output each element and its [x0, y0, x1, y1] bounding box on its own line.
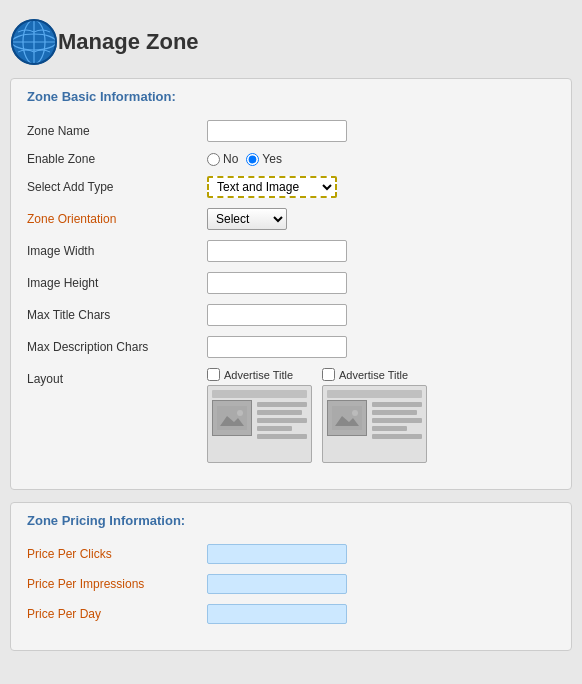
zone-orientation-dropdown[interactable]: Select Horizontal Vertical: [207, 208, 287, 230]
enable-zone-row: Enable Zone No Yes: [27, 152, 555, 166]
max-title-chars-row: Max Title Chars: [27, 304, 555, 326]
zone-name-label: Zone Name: [27, 124, 207, 138]
enable-zone-yes-label[interactable]: Yes: [246, 152, 282, 166]
max-title-chars-label: Max Title Chars: [27, 308, 207, 322]
price-per-impressions-row: Price Per Impressions: [27, 574, 555, 594]
page-title: Manage Zone: [58, 29, 199, 55]
image-width-label: Image Width: [27, 244, 207, 258]
preview-img-area-2: [327, 400, 367, 436]
layout-checkbox-row-1: Advertise Title: [207, 368, 293, 381]
select-add-type-dropdown[interactable]: Text and Image Text Only Image Only: [207, 176, 337, 198]
zone-name-row: Zone Name: [27, 120, 555, 142]
image-height-label: Image Height: [27, 276, 207, 290]
price-per-day-row: Price Per Day: [27, 604, 555, 624]
image-width-row: Image Width: [27, 240, 555, 262]
max-desc-chars-input[interactable]: [207, 336, 347, 358]
preview-image-icon-2: [332, 406, 362, 430]
max-desc-chars-label: Max Description Chars: [27, 340, 207, 354]
image-width-input[interactable]: [207, 240, 347, 262]
layout-option-1: Advertise Title: [207, 368, 312, 463]
preview-lines-1: [257, 402, 307, 442]
layout-checkbox-row-2: Advertise Title: [322, 368, 408, 381]
layout-option-2: Advertise Title: [322, 368, 427, 463]
image-height-input[interactable]: [207, 272, 347, 294]
zone-pricing-section: Zone Pricing Information: Price Per Clic…: [10, 502, 572, 651]
max-desc-chars-row: Max Description Chars: [27, 336, 555, 358]
svg-rect-6: [217, 406, 247, 430]
price-per-day-label: Price Per Day: [27, 607, 207, 621]
max-title-chars-input[interactable]: [207, 304, 347, 326]
price-per-day-input[interactable]: [207, 604, 347, 624]
zone-basic-section: Zone Basic Information: Zone Name Enable…: [10, 78, 572, 490]
svg-point-11: [352, 410, 358, 416]
enable-zone-radio-group: No Yes: [207, 152, 282, 166]
layout-title-1: Advertise Title: [224, 369, 293, 381]
page-header: Manage Zone: [10, 10, 572, 78]
layout-label: Layout: [27, 368, 207, 386]
enable-zone-yes-radio[interactable]: [246, 153, 259, 166]
price-per-clicks-row: Price Per Clicks: [27, 544, 555, 564]
select-add-type-row: Select Add Type Text and Image Text Only…: [27, 176, 555, 198]
layout-options: Advertise Title: [207, 368, 427, 463]
enable-zone-no-label[interactable]: No: [207, 152, 238, 166]
image-height-row: Image Height: [27, 272, 555, 294]
price-per-clicks-label: Price Per Clicks: [27, 547, 207, 561]
price-per-clicks-input[interactable]: [207, 544, 347, 564]
enable-zone-label: Enable Zone: [27, 152, 207, 166]
layout-checkbox-1[interactable]: [207, 368, 220, 381]
preview-title-bar-1: [212, 390, 307, 398]
preview-img-area-1: [212, 400, 252, 436]
preview-title-bar-2: [327, 390, 422, 398]
svg-point-8: [237, 410, 243, 416]
zone-pricing-title: Zone Pricing Information:: [27, 513, 555, 532]
layout-checkbox-2[interactable]: [322, 368, 335, 381]
price-per-impressions-label: Price Per Impressions: [27, 577, 207, 591]
layout-preview-2[interactable]: [322, 385, 427, 463]
layout-title-2: Advertise Title: [339, 369, 408, 381]
preview-image-icon-1: [217, 406, 247, 430]
globe-icon: [10, 18, 58, 66]
zone-name-input[interactable]: [207, 120, 347, 142]
layout-preview-1[interactable]: [207, 385, 312, 463]
svg-rect-9: [332, 406, 362, 430]
zone-orientation-label: Zone Orientation: [27, 212, 207, 226]
layout-row: Layout Advertise Title: [27, 368, 555, 463]
zone-basic-title: Zone Basic Information:: [27, 89, 555, 108]
select-add-type-label: Select Add Type: [27, 180, 207, 194]
enable-zone-no-radio[interactable]: [207, 153, 220, 166]
preview-lines-2: [372, 402, 422, 442]
price-per-impressions-input[interactable]: [207, 574, 347, 594]
zone-orientation-row: Zone Orientation Select Horizontal Verti…: [27, 208, 555, 230]
